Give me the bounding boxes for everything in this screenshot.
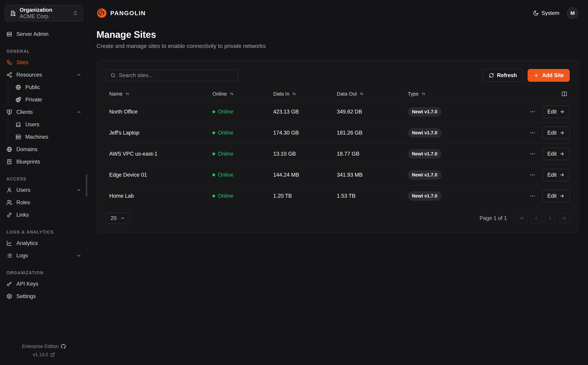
data-out-value: 349.62 DB	[337, 109, 408, 115]
last-page-button[interactable]	[559, 213, 570, 224]
table-row[interactable]: Jeff's Laptop Online 174.30 GB 181.26 GB…	[106, 122, 570, 143]
sidebar-nav: Server Admin GENERAL Sites Resources Pub…	[0, 26, 88, 342]
type-badge: Newt v1.7.0	[408, 170, 441, 180]
table-row[interactable]: Edge Device 01 Online 144.24 MB 341.93 M…	[106, 164, 570, 185]
site-name: AWS VPC us-east-1	[106, 151, 212, 157]
table-header-row: Name Online Data In Data Out	[106, 87, 570, 101]
chevron-up-icon[interactable]	[76, 72, 81, 77]
gear-icon	[6, 293, 12, 299]
column-header-data-out[interactable]: Data Out	[337, 91, 408, 97]
receipt-icon	[6, 159, 12, 165]
page-size-select[interactable]: 20	[106, 212, 130, 224]
plus-icon	[533, 73, 539, 78]
sidebar-item-label: Private	[25, 97, 42, 103]
edit-button[interactable]: Edit	[542, 169, 570, 181]
ellipsis-icon	[530, 109, 535, 115]
chevron-down-icon[interactable]	[76, 188, 81, 193]
avatar[interactable]: M	[567, 7, 578, 19]
type-badge: Newt v1.7.0	[408, 107, 441, 117]
link-icon	[6, 212, 12, 218]
row-menu-button[interactable]	[528, 170, 537, 180]
sidebar-item-resources[interactable]: Resources	[6, 69, 81, 81]
search-box[interactable]	[106, 69, 238, 81]
edition-label: Enterprise Edition	[22, 344, 59, 349]
sidebar-item-clients[interactable]: Clients	[6, 106, 81, 118]
theme-toggle[interactable]: System	[533, 10, 559, 16]
chevron-right-icon	[548, 216, 553, 221]
data-out-value: 181.26 GB	[337, 130, 408, 136]
row-menu-button[interactable]	[528, 107, 537, 116]
sidebar-item-api-keys[interactable]: API Keys	[6, 278, 81, 290]
data-out-value: 1.53 TB	[337, 193, 408, 199]
row-menu-button[interactable]	[528, 128, 537, 138]
refresh-button[interactable]: Refresh	[483, 69, 523, 82]
edit-button[interactable]: Edit	[542, 126, 570, 139]
sidebar-item-domains[interactable]: Domains	[6, 143, 81, 156]
sidebar-item-label: Server Admin	[16, 31, 49, 37]
moon-icon	[533, 10, 539, 16]
organization-selector[interactable]: Organization ACME Corp.	[5, 5, 83, 21]
prev-page-button[interactable]	[531, 213, 541, 224]
sidebar-item-logs[interactable]: Logs	[6, 249, 81, 262]
sidebar-item-public[interactable]: Public	[15, 81, 81, 93]
table-row[interactable]: North Office Online 423.13 GB 349.62 DB …	[106, 101, 570, 122]
status-badge: Online	[212, 151, 273, 157]
table-row[interactable]: Home Lab Online 1.20 TB 1.53 TB Newt v1.…	[106, 185, 570, 206]
sidebar-scrollbar[interactable]	[86, 174, 87, 197]
column-visibility-toggle[interactable]	[509, 91, 570, 97]
clients-subnav: Users Machines	[8, 118, 81, 143]
search-input[interactable]	[119, 72, 233, 78]
data-out-value: 341.93 MB	[337, 172, 408, 178]
add-site-button[interactable]: Add Site	[528, 69, 570, 82]
edit-button[interactable]: Edit	[542, 148, 570, 160]
sidebar-item-links[interactable]: Links	[6, 209, 81, 221]
version-label[interactable]: v1.13.0	[33, 352, 48, 358]
sidebar-item-machines[interactable]: Machines	[15, 131, 81, 143]
table-row[interactable]: AWS VPC us-east-1 Online 13.10 GB 18.77 …	[106, 143, 570, 164]
sidebar-item-users[interactable]: Users	[6, 184, 81, 196]
sidebar-item-client-users[interactable]: Users	[15, 118, 81, 131]
refresh-icon	[489, 73, 494, 78]
chevron-up-icon[interactable]	[76, 110, 81, 115]
sidebar-item-settings[interactable]: Settings	[6, 290, 81, 302]
first-page-button[interactable]	[517, 213, 527, 224]
next-page-button[interactable]	[545, 213, 556, 224]
arrow-right-icon	[559, 151, 565, 156]
column-header-name[interactable]: Name	[106, 91, 212, 97]
github-icon[interactable]	[61, 344, 66, 349]
monitor-up-icon	[6, 109, 12, 115]
column-header-type[interactable]: Type	[408, 91, 509, 97]
sidebar-item-sites[interactable]: Sites	[6, 56, 81, 69]
sidebar-item-label: Links	[16, 212, 29, 218]
chevron-down-icon[interactable]	[76, 253, 81, 258]
external-link-icon[interactable]	[50, 352, 55, 357]
sidebar-item-server-admin[interactable]: Server Admin	[6, 28, 81, 40]
column-header-data-in[interactable]: Data In	[273, 91, 337, 97]
type-cell: Newt v1.7.0	[408, 128, 509, 138]
edit-button[interactable]: Edit	[542, 105, 570, 118]
brand-name: PANGOLIN	[110, 10, 146, 17]
edit-label: Edit	[547, 109, 557, 115]
row-menu-button[interactable]	[528, 191, 537, 201]
sidebar-footer: Enterprise Edition v1.13.0	[0, 342, 88, 365]
column-header-online[interactable]: Online	[212, 91, 273, 97]
row-menu-button[interactable]	[528, 149, 537, 159]
column-header-label: Data In	[273, 91, 289, 97]
type-badge: Newt v1.7.0	[408, 128, 441, 138]
data-in-value: 174.30 GB	[273, 130, 337, 136]
sort-icon	[421, 91, 426, 96]
brand[interactable]: PANGOLIN	[97, 8, 146, 18]
page-title: Manage Sites	[97, 29, 580, 40]
sidebar-item-analytics[interactable]: Analytics	[6, 237, 81, 249]
online-dot-icon	[212, 110, 215, 113]
refresh-label: Refresh	[497, 72, 517, 78]
sidebar-item-private[interactable]: Private	[15, 93, 81, 106]
row-actions: Edit	[509, 126, 570, 139]
edit-button[interactable]: Edit	[542, 190, 570, 202]
sidebar-item-label: Analytics	[16, 240, 38, 246]
sidebar-item-blueprints[interactable]: Blueprints	[6, 156, 81, 168]
section-label-general: GENERAL	[6, 46, 81, 56]
status-badge: Online	[212, 130, 273, 136]
arrow-right-icon	[559, 130, 565, 135]
sidebar-item-roles[interactable]: Roles	[6, 196, 81, 209]
